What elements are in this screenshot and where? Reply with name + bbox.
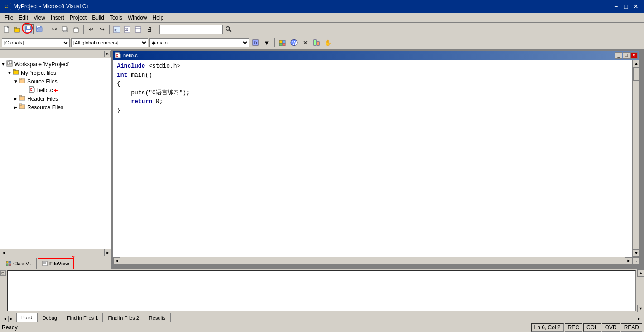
output-scroll-down[interactable]: ▼ bbox=[637, 305, 644, 312]
tab-fileview[interactable]: 2 FileView bbox=[38, 258, 74, 269]
menu-bar: File Edit View Insert Project Build Tool… bbox=[0, 13, 644, 23]
properties-button[interactable] bbox=[312, 38, 322, 48]
tab-find1[interactable]: Find in Files 1 bbox=[62, 313, 103, 322]
code-area[interactable]: #include <stdio.h> int main() { puts("C语… bbox=[113, 60, 632, 257]
resource-files-item[interactable]: ▶ Resource Files bbox=[1, 103, 111, 112]
close-button[interactable]: ✕ bbox=[631, 2, 640, 11]
search-input[interactable] bbox=[159, 25, 223, 34]
bottom-area: ⊞ ▲ ▼ ◄ ► Build Debug Find in Files 1 Fi… bbox=[0, 269, 644, 322]
mdi-maximize-btn[interactable]: □ bbox=[623, 52, 630, 59]
output-tabs: ◄ ► Build Debug Find in Files 1 Find in … bbox=[0, 312, 644, 322]
find-button[interactable] bbox=[224, 24, 234, 34]
editor-scroll-right[interactable]: ► bbox=[625, 257, 632, 264]
member-filter-button[interactable]: ⚙ bbox=[250, 38, 260, 48]
save-all-button[interactable] bbox=[34, 24, 44, 34]
workspace-item[interactable]: ▼ Workspace 'MyProject' bbox=[1, 60, 111, 68]
tab-build[interactable]: Build bbox=[16, 313, 37, 322]
menu-tools[interactable]: Tools bbox=[107, 14, 125, 22]
scroll-track[interactable] bbox=[633, 67, 639, 249]
mdi-file-icon: C bbox=[115, 52, 121, 59]
new-file-button[interactable] bbox=[2, 24, 12, 34]
cut-button[interactable]: ✂ bbox=[49, 24, 59, 34]
output-scrollbar-v: ▲ ▼ bbox=[637, 269, 644, 312]
hand-button[interactable]: ✋ bbox=[323, 38, 333, 48]
output-scroll-track[interactable] bbox=[637, 277, 644, 305]
menu-file[interactable]: File bbox=[2, 14, 16, 22]
paste-button[interactable] bbox=[71, 24, 81, 34]
scroll-h-track[interactable] bbox=[7, 249, 104, 256]
members-dropdown[interactable]: [All global members] bbox=[71, 38, 148, 47]
svg-rect-40 bbox=[13, 69, 15, 71]
svg-point-24 bbox=[226, 27, 230, 30]
editor-scroll-track[interactable] bbox=[120, 257, 625, 264]
redo-button[interactable]: ↪ bbox=[97, 24, 107, 34]
menu-insert[interactable]: Insert bbox=[48, 14, 67, 22]
scroll-left-btn[interactable]: ◄ bbox=[0, 249, 7, 256]
undo-button[interactable]: ↩ bbox=[86, 24, 96, 34]
main-toolbar: ✂ ↩ ↪ ⊞ ⊡ 🖨 bbox=[0, 23, 644, 36]
menu-edit[interactable]: Edit bbox=[16, 14, 31, 22]
scroll-up-btn[interactable]: ▲ bbox=[633, 60, 639, 67]
save-button[interactable] bbox=[24, 24, 34, 34]
print-button[interactable]: 🖨 bbox=[144, 24, 154, 34]
tab-results[interactable]: Results bbox=[144, 313, 171, 322]
dropdown-btn2[interactable]: ▼ bbox=[262, 38, 272, 48]
globals-dropdown[interactable]: [Globals] bbox=[2, 38, 70, 47]
header-files-item[interactable]: ▶ Header Files bbox=[1, 94, 111, 103]
hello-c-item[interactable]: C hello.c ↵ bbox=[1, 86, 111, 94]
svg-text:⚙: ⚙ bbox=[253, 40, 257, 45]
resource-files-expand[interactable]: ▶ bbox=[14, 105, 19, 110]
output-scroll-up[interactable]: ▲ bbox=[637, 269, 644, 277]
header-files-expand[interactable]: ▶ bbox=[14, 96, 19, 101]
project-item[interactable]: ▼ MyProject files bbox=[1, 68, 111, 77]
tab-results-label: Results bbox=[149, 315, 166, 321]
source-files-item[interactable]: ▼ Source Files bbox=[1, 77, 111, 86]
mdi-minimize-btn[interactable]: _ bbox=[615, 52, 622, 59]
minimize-button[interactable]: − bbox=[611, 2, 620, 11]
build-button[interactable]: ⊡ bbox=[123, 24, 133, 34]
tab-classview[interactable]: ClassV... bbox=[2, 258, 37, 269]
menu-window[interactable]: Window bbox=[125, 14, 150, 22]
scroll-thumb[interactable] bbox=[633, 67, 639, 81]
tab-find2[interactable]: Find in Files 2 bbox=[103, 313, 144, 322]
code-editor-area: #include <stdio.h> int main() { puts("C语… bbox=[113, 60, 639, 257]
editor-scroll-left[interactable]: ◄ bbox=[113, 257, 120, 264]
project-expand[interactable]: ▼ bbox=[7, 70, 13, 75]
function-dropdown[interactable]: ◆ main bbox=[149, 38, 249, 47]
tab-find2-label: Find in Files 2 bbox=[108, 315, 139, 321]
status-ln-col: Ln 6, Col 2 bbox=[534, 324, 561, 331]
output-panel[interactable] bbox=[7, 270, 636, 311]
strip-btn-1[interactable]: ⊞ bbox=[0, 270, 6, 276]
tab-debug[interactable]: Debug bbox=[37, 313, 62, 322]
svg-rect-38 bbox=[9, 61, 12, 64]
status-col-text: COL bbox=[586, 324, 598, 331]
menu-project[interactable]: Project bbox=[67, 14, 89, 22]
source-files-expand[interactable]: ▼ bbox=[14, 79, 19, 84]
maximize-button[interactable]: □ bbox=[621, 2, 630, 11]
scroll-down-btn[interactable]: ▼ bbox=[633, 249, 639, 257]
resize-grip[interactable] bbox=[632, 257, 639, 264]
add-class-button[interactable]: W bbox=[289, 38, 299, 48]
menu-view[interactable]: View bbox=[31, 14, 48, 22]
rebuild-button[interactable] bbox=[134, 24, 144, 34]
open-file-button[interactable] bbox=[13, 24, 23, 34]
tab-scroll-right[interactable]: ► bbox=[8, 316, 14, 322]
copy-button[interactable] bbox=[60, 24, 70, 34]
scroll-right-btn[interactable]: ► bbox=[104, 249, 111, 256]
workspace-expand[interactable]: ▼ bbox=[1, 62, 6, 67]
compile-button[interactable]: ⊞ bbox=[112, 24, 122, 34]
menu-help[interactable]: Help bbox=[150, 14, 167, 22]
menu-build[interactable]: Build bbox=[89, 14, 107, 22]
svg-line-25 bbox=[229, 30, 231, 32]
mdi-close-btn[interactable]: ✕ bbox=[630, 52, 638, 59]
delete-button[interactable]: ✕ bbox=[300, 38, 310, 48]
panel-close-button[interactable]: ✕ bbox=[104, 51, 111, 57]
resource-files-icon bbox=[19, 103, 25, 111]
class-wizard-button[interactable] bbox=[278, 38, 288, 48]
svg-line-62 bbox=[636, 261, 637, 262]
right-panel: C hello.c _ □ ✕ #include <stdio.h> int m… bbox=[112, 50, 644, 269]
tab-scroll-left[interactable]: ◄ bbox=[2, 316, 8, 322]
svg-text:C: C bbox=[5, 4, 8, 9]
panel-minimize-button[interactable]: − bbox=[97, 51, 103, 57]
tab-end-right[interactable]: ► bbox=[636, 316, 642, 322]
